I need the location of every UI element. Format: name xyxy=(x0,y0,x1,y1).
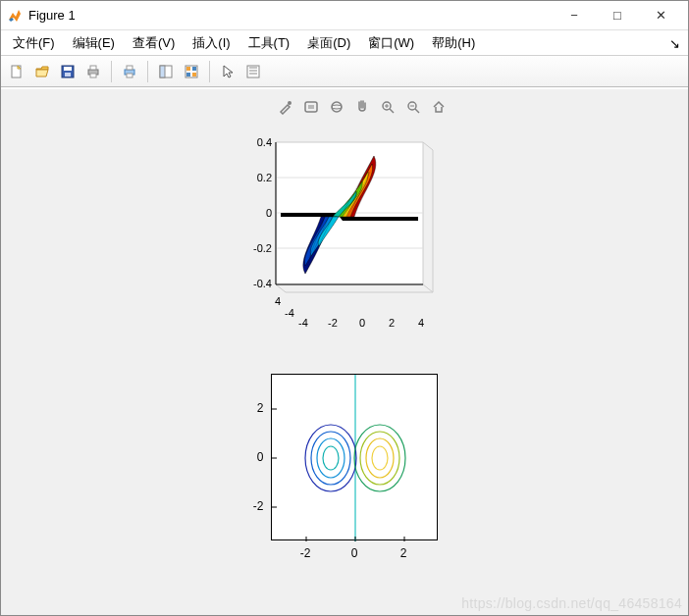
separator xyxy=(209,61,210,82)
svg-rect-6 xyxy=(90,66,96,70)
y-tick: -4 xyxy=(285,307,294,319)
menu-insert[interactable]: 插入(I) xyxy=(186,32,236,54)
svg-rect-3 xyxy=(64,67,72,71)
close-button[interactable]: ✕ xyxy=(639,2,682,29)
separator xyxy=(111,61,112,82)
menu-desktop[interactable]: 桌面(D) xyxy=(301,32,356,54)
surface-plot[interactable]: 0.4 0.2 0 -0.2 -0.4 4 -4 -4 -2 0 2 4 xyxy=(227,123,443,338)
svg-point-46 xyxy=(305,425,356,491)
minimize-button[interactable]: − xyxy=(553,2,596,29)
svg-rect-23 xyxy=(305,102,317,112)
svg-rect-12 xyxy=(160,66,165,77)
brush-icon[interactable] xyxy=(276,97,295,117)
toolbar xyxy=(1,56,688,87)
pan-icon[interactable] xyxy=(352,97,372,117)
note-icon[interactable] xyxy=(301,97,321,117)
svg-point-27 xyxy=(332,105,342,109)
y-tick: 2 xyxy=(252,401,268,415)
zoom-in-icon[interactable] xyxy=(378,97,398,117)
zoom-out-icon[interactable] xyxy=(403,97,423,117)
svg-rect-9 xyxy=(127,66,132,70)
svg-rect-16 xyxy=(186,73,190,77)
x-tick: -2 xyxy=(328,317,338,329)
x-tick: 4 xyxy=(418,317,424,329)
y-tick: -2 xyxy=(248,499,268,513)
menu-window[interactable]: 窗口(W) xyxy=(362,32,420,54)
svg-line-37 xyxy=(423,284,433,292)
titlebar: Figure 1 − □ ✕ xyxy=(1,1,688,30)
svg-point-53 xyxy=(372,446,388,470)
menu-view[interactable]: 查看(V) xyxy=(127,32,181,54)
menu-file[interactable]: 文件(F) xyxy=(7,32,61,54)
svg-point-50 xyxy=(354,425,405,491)
pointer-icon[interactable] xyxy=(216,60,239,83)
open-file-icon[interactable] xyxy=(30,60,54,83)
z-tick: -0.4 xyxy=(253,278,272,289)
figure-canvas: 0.4 0.2 0 -0.2 -0.4 4 -4 -4 -2 0 2 4 xyxy=(1,89,688,615)
contour-plot[interactable] xyxy=(271,374,438,540)
svg-line-36 xyxy=(423,142,433,150)
svg-line-29 xyxy=(390,109,394,113)
window-title: Figure 1 xyxy=(28,8,76,23)
figure-toolbar xyxy=(276,97,449,117)
x-tick: 2 xyxy=(396,546,411,560)
insert-colorbar-icon[interactable] xyxy=(180,60,203,83)
menu-edit[interactable]: 编辑(E) xyxy=(67,32,121,54)
svg-rect-15 xyxy=(192,67,196,71)
x-tick: -2 xyxy=(295,546,315,560)
svg-rect-14 xyxy=(186,67,190,71)
menu-tools[interactable]: 工具(T) xyxy=(242,32,296,54)
rotate3d-icon[interactable] xyxy=(327,97,346,117)
z-tick: 0.4 xyxy=(257,136,272,148)
svg-point-52 xyxy=(366,438,394,478)
z-tick: 0 xyxy=(266,207,272,219)
svg-rect-17 xyxy=(192,73,196,77)
svg-rect-4 xyxy=(65,73,71,77)
z-tick: -0.2 xyxy=(253,242,272,254)
print-icon[interactable] xyxy=(81,60,105,83)
watermark: https://blog.csdn.net/qq_46458164 xyxy=(461,595,682,611)
y-tick: 4 xyxy=(275,295,281,307)
home-icon[interactable] xyxy=(429,97,449,117)
save-icon[interactable] xyxy=(56,60,80,83)
svg-rect-7 xyxy=(90,74,96,77)
x-tick: 2 xyxy=(389,317,395,329)
matlab-icon xyxy=(7,8,23,24)
x-tick: -4 xyxy=(298,317,308,329)
separator xyxy=(147,61,148,82)
svg-point-26 xyxy=(332,102,342,112)
svg-point-48 xyxy=(317,438,344,478)
maximize-button[interactable]: □ xyxy=(596,2,639,29)
dock-arrow-icon[interactable]: ↘ xyxy=(669,36,680,51)
data-cursor-icon[interactable] xyxy=(241,60,265,83)
print-figure-icon[interactable] xyxy=(118,60,141,83)
new-file-icon[interactable] xyxy=(5,60,28,83)
link-icon[interactable] xyxy=(154,60,178,83)
menubar: 文件(F) 编辑(E) 查看(V) 插入(I) 工具(T) 桌面(D) 窗口(W… xyxy=(1,30,688,56)
y-tick: 0 xyxy=(252,450,268,464)
svg-line-33 xyxy=(415,109,419,113)
z-tick: 0.2 xyxy=(257,172,272,183)
menu-help[interactable]: 帮助(H) xyxy=(426,32,481,54)
x-tick: 0 xyxy=(359,317,365,329)
svg-point-22 xyxy=(288,101,292,105)
svg-rect-10 xyxy=(127,74,132,77)
x-tick: 0 xyxy=(346,546,362,560)
svg-point-49 xyxy=(323,446,339,470)
svg-line-39 xyxy=(276,284,286,292)
